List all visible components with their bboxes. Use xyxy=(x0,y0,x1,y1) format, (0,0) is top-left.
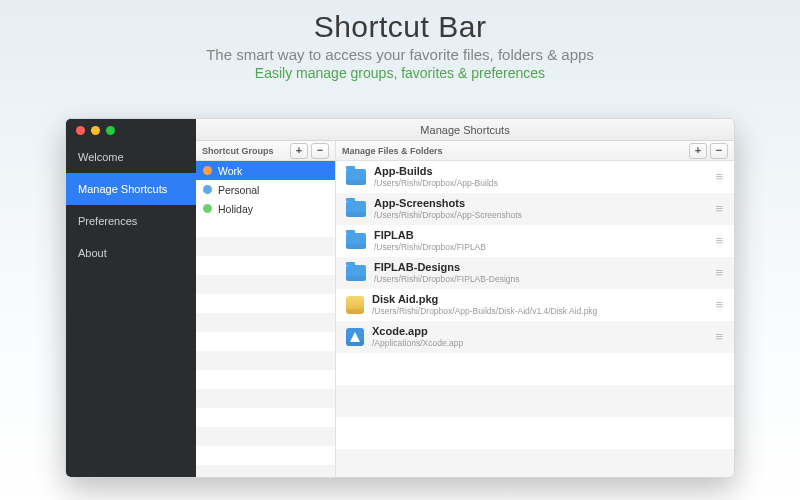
app-icon xyxy=(346,328,364,346)
file-row[interactable]: FIPLAB/Users/Rishi/Dropbox/FIPLAB≡ xyxy=(336,225,734,257)
sidebar: WelcomeManage ShortcutsPreferencesAbout xyxy=(66,119,196,477)
file-name: FIPLAB xyxy=(374,229,702,242)
folder-icon xyxy=(346,233,366,249)
group-label: Personal xyxy=(218,184,259,196)
hero-title: Shortcut Bar xyxy=(0,10,800,44)
group-row[interactable]: Personal xyxy=(196,180,335,199)
group-color-icon xyxy=(203,204,212,213)
folder-icon xyxy=(346,201,366,217)
group-row[interactable]: Holiday xyxy=(196,199,335,218)
file-name: App-Builds xyxy=(374,165,702,178)
file-texts: FIPLAB/Users/Rishi/Dropbox/FIPLAB xyxy=(374,229,702,253)
file-texts: FIPLAB-Designs/Users/Rishi/Dropbox/FIPLA… xyxy=(374,261,702,285)
group-list: WorkPersonalHoliday xyxy=(196,161,335,478)
groups-heading: Shortcut Groups xyxy=(202,146,290,156)
sidebar-item-about[interactable]: About xyxy=(66,237,196,269)
files-header: Manage Files & Folders + − xyxy=(336,141,734,161)
group-label: Work xyxy=(218,165,242,177)
file-list: App-Builds/Users/Rishi/Dropbox/App-Build… xyxy=(336,161,734,478)
group-row[interactable]: Work xyxy=(196,161,335,180)
drag-handle-icon[interactable]: ≡ xyxy=(710,300,724,310)
groups-header: Shortcut Groups + − xyxy=(196,141,335,161)
file-path: /Users/Rishi/Dropbox/FIPLAB-Designs xyxy=(374,274,702,285)
file-name: Xcode.app xyxy=(372,325,702,338)
group-color-icon xyxy=(203,166,212,175)
drag-handle-icon[interactable]: ≡ xyxy=(710,268,724,278)
file-row[interactable]: Xcode.app/Applications/Xcode.app≡ xyxy=(336,321,734,353)
drag-handle-icon[interactable]: ≡ xyxy=(710,332,724,342)
folder-icon xyxy=(346,169,366,185)
file-texts: App-Builds/Users/Rishi/Dropbox/App-Build… xyxy=(374,165,702,189)
file-row[interactable]: App-Builds/Users/Rishi/Dropbox/App-Build… xyxy=(336,161,734,193)
drag-handle-icon[interactable]: ≡ xyxy=(710,204,724,214)
groups-panel: Shortcut Groups + − WorkPersonalHoliday xyxy=(196,141,336,478)
file-name: App-Screenshots xyxy=(374,197,702,210)
app-window: WelcomeManage ShortcutsPreferencesAbout … xyxy=(65,118,735,478)
remove-group-button[interactable]: − xyxy=(311,143,329,159)
add-group-button[interactable]: + xyxy=(290,143,308,159)
drag-handle-icon[interactable]: ≡ xyxy=(710,236,724,246)
file-name: Disk Aid.pkg xyxy=(372,293,702,306)
file-path: /Users/Rishi/Dropbox/App-Screenshots xyxy=(374,210,702,221)
zoom-icon[interactable] xyxy=(106,126,115,135)
sidebar-item-welcome[interactable]: Welcome xyxy=(66,141,196,173)
file-row[interactable]: FIPLAB-Designs/Users/Rishi/Dropbox/FIPLA… xyxy=(336,257,734,289)
traffic-lights xyxy=(66,119,196,141)
drag-handle-icon[interactable]: ≡ xyxy=(710,172,724,182)
file-row[interactable]: Disk Aid.pkg/Users/Rishi/Dropbox/App-Bui… xyxy=(336,289,734,321)
sidebar-nav: WelcomeManage ShortcutsPreferencesAbout xyxy=(66,141,196,269)
file-row[interactable]: App-Screenshots/Users/Rishi/Dropbox/App-… xyxy=(336,193,734,225)
hero-subtitle: The smart way to access your favorite fi… xyxy=(0,46,800,63)
folder-icon xyxy=(346,265,366,281)
file-texts: App-Screenshots/Users/Rishi/Dropbox/App-… xyxy=(374,197,702,221)
window-title: Manage Shortcuts xyxy=(196,119,734,141)
files-panel: Manage Files & Folders + − App-Builds/Us… xyxy=(336,141,734,478)
file-path: /Applications/Xcode.app xyxy=(372,338,702,349)
sidebar-item-manage-shortcuts[interactable]: Manage Shortcuts xyxy=(66,173,196,205)
file-texts: Xcode.app/Applications/Xcode.app xyxy=(372,325,702,349)
close-icon[interactable] xyxy=(76,126,85,135)
hero: Shortcut Bar The smart way to access you… xyxy=(0,0,800,81)
content: Manage Shortcuts Shortcut Groups + − Wor… xyxy=(196,119,734,477)
panels: Shortcut Groups + − WorkPersonalHoliday … xyxy=(196,141,734,478)
sidebar-item-preferences[interactable]: Preferences xyxy=(66,205,196,237)
package-icon xyxy=(346,296,364,314)
group-label: Holiday xyxy=(218,203,253,215)
file-texts: Disk Aid.pkg/Users/Rishi/Dropbox/App-Bui… xyxy=(372,293,702,317)
file-path: /Users/Rishi/Dropbox/App-Builds xyxy=(374,178,702,189)
file-path: /Users/Rishi/Dropbox/FIPLAB xyxy=(374,242,702,253)
hero-tagline: Easily manage groups, favorites & prefer… xyxy=(0,65,800,81)
add-file-button[interactable]: + xyxy=(689,143,707,159)
remove-file-button[interactable]: − xyxy=(710,143,728,159)
minimize-icon[interactable] xyxy=(91,126,100,135)
group-color-icon xyxy=(203,185,212,194)
files-heading: Manage Files & Folders xyxy=(342,146,689,156)
file-path: /Users/Rishi/Dropbox/App-Builds/Disk-Aid… xyxy=(372,306,702,317)
file-name: FIPLAB-Designs xyxy=(374,261,702,274)
